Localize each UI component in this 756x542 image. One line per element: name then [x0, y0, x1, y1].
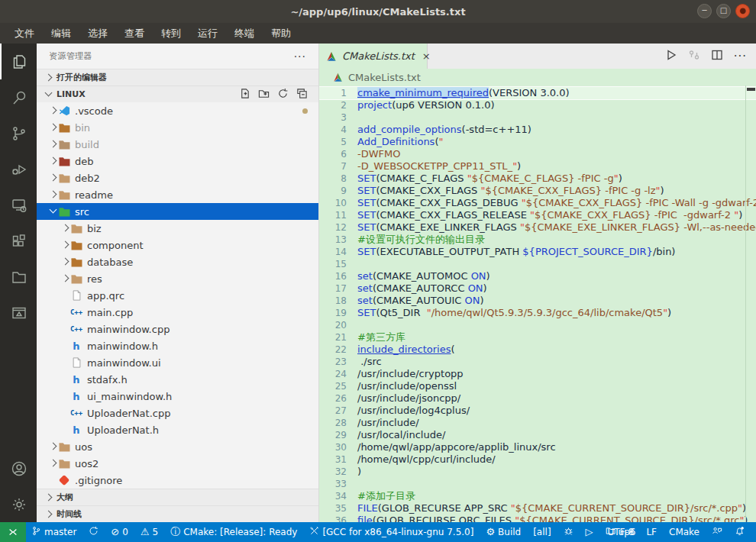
code-line-11[interactable]: 11SET(CMAKE_CXX_FLAGS_RELEASE "${CMAKE_C…	[319, 209, 756, 221]
tree-item-uploadernat-h[interactable]: hUploaderNat.h	[37, 421, 318, 438]
section-timeline[interactable]: 时间线	[37, 505, 318, 522]
search-icon[interactable]	[0, 79, 37, 115]
code-line-15[interactable]: 15	[319, 258, 756, 270]
code-line-5[interactable]: 5Add_Definitions("	[319, 136, 756, 148]
code-line-6[interactable]: 6-DWFMO	[319, 148, 756, 160]
status-left-bug[interactable]	[558, 522, 579, 542]
tree-item-main-cpp[interactable]: C++main.cpp	[37, 304, 318, 321]
tree-item-res[interactable]: res	[37, 270, 318, 287]
tree-item-vscode[interactable]: .vscode	[37, 102, 318, 119]
menu-item-3[interactable]: 选择	[81, 24, 115, 43]
code-line-9[interactable]: 9SET(CMAKE_CXX_FLAGS "${CMAKE_CXX_FLAGS}…	[319, 185, 756, 197]
split-editor-icon[interactable]	[711, 49, 723, 64]
tab-cmakelists[interactable]: CMakeLists.txt ×	[319, 44, 428, 69]
explorer-icon[interactable]	[0, 44, 37, 79]
tree-item-uploadernat-cpp[interactable]: C++UploaderNat.cpp	[37, 405, 318, 421]
code-line-2[interactable]: 2project(up6 VERSION 0.1.0)	[319, 99, 756, 111]
remote-indicator[interactable]	[0, 522, 26, 542]
status-left-cmake-release-ready[interactable]: ⓘCMake: [Release]: Ready	[165, 522, 302, 542]
code-line-31[interactable]: 31/home/qwl/cpp/curl/include/	[319, 453, 756, 466]
project-folder-icon[interactable]	[0, 259, 37, 295]
test-panel-icon[interactable]	[0, 295, 37, 331]
code-line-14[interactable]: 14SET(EXECUTABLE_OUTPUT_PATH ${PROJECT_S…	[319, 246, 756, 258]
section-open-editors[interactable]: 打开的编辑器	[37, 69, 318, 85]
code-line-4[interactable]: 4add_compile_options(-std=c++11)	[319, 124, 756, 136]
menu-item-6[interactable]: 运行	[191, 24, 225, 43]
status-left-build[interactable]: ⚙Build	[480, 522, 526, 542]
code-line-16[interactable]: 16set(CMAKE_AUTOMOC ON)	[319, 270, 756, 282]
sidebar-more-icon[interactable]: ···	[294, 50, 306, 63]
chevron-right-icon[interactable]	[60, 256, 70, 267]
code-line-20[interactable]: 20	[319, 319, 756, 331]
status-right-lf[interactable]: LF	[641, 522, 662, 542]
code-line-3[interactable]: 3	[319, 111, 756, 124]
new-folder-icon[interactable]	[258, 88, 270, 102]
source-control-icon[interactable]	[0, 115, 37, 151]
tree-item-stdafx-h[interactable]: hstdafx.h	[37, 371, 318, 388]
tree-item-uos[interactable]: uos	[37, 438, 318, 455]
settings-icon[interactable]	[0, 486, 37, 522]
chevron-right-icon[interactable]	[47, 105, 58, 116]
scrollbar[interactable]	[745, 85, 756, 522]
menu-item-7[interactable]: 终端	[228, 24, 261, 43]
status-left-0[interactable]: ⊘0	[105, 522, 134, 542]
tree-item-build[interactable]: build	[37, 136, 318, 153]
code-line-27[interactable]: 27/usr/include/log4cplus/	[319, 405, 756, 417]
menu-item-1[interactable]: 文件	[8, 24, 41, 43]
maximize-button[interactable]: □	[716, 4, 731, 18]
code-line-26[interactable]: 26/usr/include/jsoncpp/	[319, 392, 756, 405]
tree-item-database[interactable]: database	[37, 253, 318, 270]
code-line-35[interactable]: 35FILE(GLOB_RECURSE APP_SRC "${CMAKE_CUR…	[319, 502, 756, 515]
tree-item-ui-mainwindow-h[interactable]: hui_mainwindow.h	[37, 388, 318, 405]
chevron-right-icon[interactable]	[47, 458, 58, 469]
minimize-button[interactable]: ─	[697, 4, 712, 18]
chevron-right-icon[interactable]	[60, 223, 70, 234]
section-folder[interactable]: LINUX	[37, 85, 318, 102]
tree-item-bin[interactable]: bin	[37, 119, 318, 136]
code-area[interactable]: 1cmake_minimum_required(VERSION 3.0.0)2p…	[319, 85, 756, 522]
chevron-right-icon[interactable]	[60, 273, 70, 284]
close-button[interactable]: ●	[735, 4, 750, 18]
tree-item-biz[interactable]: biz	[37, 220, 318, 237]
status-right-bell[interactable]	[729, 522, 750, 542]
status-left-play[interactable]: ▷	[580, 522, 599, 542]
status-left-5[interactable]: ⚠5	[135, 522, 163, 542]
code-line-24[interactable]: 24/usr/include/cryptopp	[319, 368, 756, 380]
status-left-gcc-for-x86-64-linux-gnu-7-5-0[interactable]: [GCC for x86_64-linux-gnu 7.5.0]	[304, 522, 479, 542]
code-line-18[interactable]: 18set(CMAKE_AUTOUIC ON)	[319, 295, 756, 307]
chevron-right-icon[interactable]	[47, 139, 58, 150]
code-line-22[interactable]: 22include_directories(	[319, 344, 756, 356]
code-line-17[interactable]: 17set(CMAKE_AUTORCC ON)	[319, 282, 756, 295]
refresh-icon[interactable]	[277, 88, 289, 102]
status-right-cmake[interactable]: CMake	[664, 522, 705, 542]
code-line-8[interactable]: 8SET(CMAKE_C_FLAGS "${CMAKE_C_FLAGS} -fP…	[319, 173, 756, 185]
section-outline[interactable]: 大纲	[37, 489, 318, 505]
tree-item-deb2[interactable]: deb2	[37, 169, 318, 186]
collapse-all-icon[interactable]	[296, 88, 308, 102]
open-changes-icon[interactable]	[688, 49, 700, 64]
tree-item-mainwindow-ui[interactable]: mainwindow.ui	[37, 354, 318, 371]
code-line-23[interactable]: 23 ./src	[319, 356, 756, 368]
code-line-29[interactable]: 29/usr/local/include/	[319, 429, 756, 441]
menu-item-2[interactable]: 编辑	[44, 24, 78, 43]
status-left-master[interactable]: master	[26, 522, 82, 542]
code-line-13[interactable]: 13#设置可执行文件的输出目录	[319, 234, 756, 246]
status-left-all[interactable]: [all]	[528, 522, 556, 542]
chevron-right-icon[interactable]	[60, 240, 70, 250]
code-line-1[interactable]: 1cmake_minimum_required(VERSION 3.0.0)	[319, 87, 756, 99]
code-line-21[interactable]: 21#第三方库	[319, 331, 756, 344]
chevron-right-icon[interactable]	[47, 189, 58, 200]
code-line-32[interactable]: 32)	[319, 466, 756, 478]
run-icon[interactable]	[665, 49, 677, 64]
new-file-icon[interactable]	[239, 88, 250, 102]
tab-close-icon[interactable]: ×	[422, 50, 431, 62]
breadcrumb[interactable]: CMakeLists.txt	[319, 69, 756, 85]
title-bar[interactable]: ~/app/up6/linux/CMakeLists.txt ─ □ ●	[0, 0, 756, 23]
account-icon[interactable]	[0, 450, 37, 486]
status-right-feedback[interactable]	[706, 522, 728, 542]
editor-more-icon[interactable]: ···	[734, 50, 747, 63]
tree-item-app-qrc[interactable]: app.qrc	[37, 287, 318, 304]
code-line-25[interactable]: 25/usr/include/openssl	[319, 380, 756, 392]
status-left-sync[interactable]	[83, 522, 104, 542]
tree-item-mainwindow-cpp[interactable]: C++mainwindow.cpp	[37, 321, 318, 337]
